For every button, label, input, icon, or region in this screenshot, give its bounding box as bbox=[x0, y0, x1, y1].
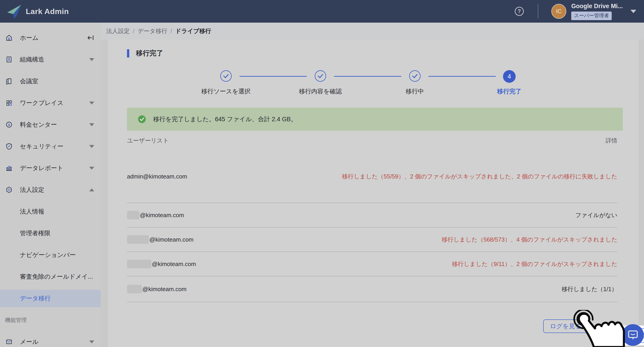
chevron-down-icon bbox=[89, 167, 94, 170]
collapse-sidebar-icon[interactable] bbox=[87, 34, 94, 41]
step-select-source: 移行ソースを選択 bbox=[212, 70, 240, 83]
success-banner: 移行を完了しました。645 ファイル、合計 2.4 GB。 bbox=[127, 108, 623, 131]
avatar[interactable]: IC bbox=[551, 4, 566, 19]
table-row: @kimoteam.com 移行しました（1/1） bbox=[127, 276, 617, 302]
account-name: Google Drive Mi... bbox=[571, 3, 623, 10]
success-check-icon bbox=[138, 115, 146, 123]
chat-bubble-icon bbox=[627, 329, 638, 341]
breadcrumb-corporate-settings[interactable]: 法人設定 bbox=[106, 27, 130, 35]
org-structure-icon bbox=[6, 56, 13, 63]
user-list-table: ユーザーリスト 詳情 admin@kimoteam.com 移行しました（55/… bbox=[127, 131, 617, 302]
sidebar-item-exempt-mail-domain[interactable]: 審査免除のメールドメイ... bbox=[0, 266, 100, 287]
header-divider bbox=[538, 4, 538, 18]
step-migrating: 移行中 bbox=[401, 70, 428, 83]
lark-logo-icon bbox=[6, 4, 22, 19]
sidebar-section-feature-management: 機能管理 bbox=[0, 309, 100, 331]
sidebar-item-corporate-info[interactable]: 法人情報 bbox=[0, 201, 100, 222]
shield-icon bbox=[6, 143, 13, 150]
redacted-name bbox=[127, 211, 140, 219]
step-number-badge: 4 bbox=[503, 70, 516, 83]
step-check-icon bbox=[409, 70, 421, 82]
chat-support-button[interactable] bbox=[622, 324, 644, 346]
user-email: @kimoteam.com bbox=[127, 235, 194, 244]
page-title: 移行完了 bbox=[136, 49, 163, 58]
help-icon[interactable]: ? bbox=[515, 7, 524, 16]
sidebar-item-data-migration[interactable]: データ移行 bbox=[0, 290, 100, 307]
step-check-icon bbox=[220, 70, 232, 82]
brand: Lark Admin bbox=[6, 4, 69, 19]
top-header: Lark Admin ? IC Google Drive Mi... スーパー管… bbox=[0, 0, 644, 23]
sidebar-item-security[interactable]: セキュリティー bbox=[0, 136, 100, 157]
step-connector bbox=[334, 76, 401, 77]
banner-message: 移行を完了しました。645 ファイル、合計 2.4 GB。 bbox=[153, 115, 297, 123]
billing-icon: $ bbox=[6, 121, 13, 128]
step-connector bbox=[428, 76, 496, 77]
breadcrumb-data-migration[interactable]: データ移行 bbox=[138, 27, 167, 35]
chevron-down-icon bbox=[89, 145, 94, 148]
step-migration-complete: 4 移行完了 bbox=[496, 70, 523, 83]
sidebar-item-org-structure[interactable]: 組織構造 bbox=[0, 49, 100, 70]
redacted-name bbox=[127, 260, 152, 268]
sidebar-item-corporate-settings[interactable]: 法人設定 bbox=[0, 179, 100, 201]
migration-status: 移行しました（55/59）、2 個のファイルがスキップされました、2 個のファイ… bbox=[342, 164, 617, 189]
migration-status: 移行しました（568/573）、4 個のファイルがスキップされました bbox=[442, 236, 617, 244]
column-user-list: ユーザーリスト bbox=[127, 137, 169, 145]
sidebar-item-billing[interactable]: $ 料金センター bbox=[0, 114, 100, 136]
sidebar-item-admin-permissions[interactable]: 管理者権限 bbox=[0, 222, 100, 244]
table-row: @kimoteam.com 移行しました（9/11）、2 個のファイルがスキップ… bbox=[127, 252, 617, 276]
view-log-button[interactable]: ログを見る bbox=[543, 319, 588, 333]
breadcrumb-separator: / bbox=[133, 28, 134, 35]
sidebar-item-data-report[interactable]: データレポート bbox=[0, 157, 100, 179]
step-check-icon bbox=[314, 70, 326, 82]
table-row: @kimoteam.com 移行しました（568/573）、4 個のファイルがス… bbox=[127, 228, 617, 252]
column-details: 詳情 bbox=[606, 137, 617, 145]
user-email: @kimoteam.com bbox=[127, 211, 184, 219]
chevron-down-icon bbox=[89, 58, 94, 61]
mail-icon bbox=[6, 338, 13, 345]
account-caret-down-icon[interactable] bbox=[630, 10, 636, 13]
breadcrumb: 法人設定 / データ移行 / ドライブ移行 bbox=[100, 23, 644, 40]
step-confirm-content: 移行内容を確認 bbox=[307, 70, 334, 83]
migration-status: 移行しました（9/11）、2 個のファイルがスキップされました bbox=[452, 260, 617, 268]
sidebar-item-navigation-bar[interactable]: ナビゲーションバー bbox=[0, 244, 100, 266]
redacted-name bbox=[127, 285, 142, 293]
chevron-down-icon bbox=[89, 102, 94, 105]
title-accent-bar bbox=[127, 49, 129, 58]
chevron-up-icon bbox=[89, 188, 94, 191]
account-info[interactable]: Google Drive Mi... スーパー管理者 bbox=[571, 3, 623, 20]
migration-card: 移行完了 移行ソースを選択 bbox=[108, 40, 638, 347]
step-connector bbox=[240, 76, 307, 77]
sidebar-item-home[interactable]: ホーム bbox=[0, 27, 100, 49]
redacted-name bbox=[127, 235, 149, 244]
page-area: 移行完了 移行ソースを選択 bbox=[100, 40, 644, 347]
chevron-down-icon bbox=[89, 123, 94, 126]
table-row: @kimoteam.com ファイルがない bbox=[127, 203, 617, 228]
workplace-icon bbox=[6, 99, 13, 107]
user-email: admin@kimoteam.com bbox=[127, 173, 187, 180]
user-email: @kimoteam.com bbox=[127, 260, 196, 268]
breadcrumb-drive-migration: ドライブ移行 bbox=[175, 27, 211, 35]
home-icon bbox=[6, 34, 13, 41]
meeting-room-icon bbox=[6, 78, 13, 85]
sidebar-item-mail[interactable]: メール bbox=[0, 331, 100, 347]
app-title: Lark Admin bbox=[26, 7, 69, 16]
table-row: admin@kimoteam.com 移行しました（55/59）、2 個のファイ… bbox=[127, 150, 617, 203]
role-badge: スーパー管理者 bbox=[571, 12, 612, 20]
sidebar-item-meeting-room[interactable]: 会議室 bbox=[0, 70, 100, 92]
bar-chart-icon bbox=[6, 164, 13, 172]
migration-stepper: 移行ソースを選択 移行内容を確認 bbox=[212, 70, 523, 83]
migration-status: ファイルがない bbox=[575, 211, 617, 219]
hexagon-settings-icon bbox=[6, 186, 13, 193]
user-email: @kimoteam.com bbox=[127, 285, 186, 293]
svg-text:$: $ bbox=[8, 123, 10, 127]
migration-status: 移行しました（1/1） bbox=[562, 285, 617, 293]
sidebar-item-workplace[interactable]: ワークプレイス bbox=[0, 92, 100, 114]
breadcrumb-separator: / bbox=[170, 28, 172, 35]
sidebar: ホーム 組織構造 会議室 bbox=[0, 23, 100, 347]
chevron-down-icon bbox=[89, 340, 94, 343]
